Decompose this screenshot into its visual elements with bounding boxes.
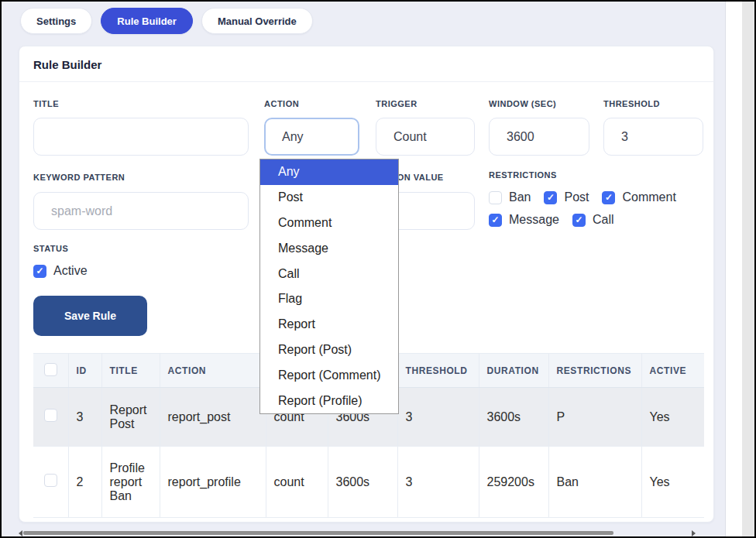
title-label: TITLE [33, 99, 59, 108]
col-action: ACTION [160, 354, 266, 388]
scroll-left-arrow-icon[interactable] [19, 530, 22, 536]
card-header: Rule Builder [19, 46, 713, 82]
post-checkbox-label: Post [564, 190, 589, 204]
dropdown-option-flag[interactable]: Flag [260, 286, 398, 312]
window-input[interactable] [489, 118, 589, 156]
restriction-post[interactable]: Post [544, 190, 589, 204]
dropdown-option-message[interactable]: Message [260, 235, 398, 261]
tab-manual-override[interactable]: Manual Override [201, 8, 313, 34]
horizontal-scrollbar-thumb[interactable] [23, 531, 613, 535]
select-all-checkbox[interactable] [44, 363, 57, 376]
trigger-label: TRIGGER [376, 99, 418, 108]
select-all-header [33, 354, 68, 388]
cell-threshold: 3 [397, 447, 479, 518]
col-threshold: THRESHOLD [397, 354, 479, 388]
ban-checkbox-label: Ban [509, 190, 531, 204]
call-checkbox[interactable] [572, 214, 586, 227]
col-restrictions: RESTRICTIONS [548, 354, 641, 388]
cell-window: 3600s [328, 447, 397, 518]
cell-duration: 3600s [479, 388, 548, 447]
dropdown-option-comment[interactable]: Comment [260, 211, 398, 236]
comment-checkbox[interactable] [602, 191, 615, 204]
restrictions-label: RESTRICTIONS [489, 170, 557, 180]
restriction-call[interactable]: Call [572, 213, 614, 227]
horizontal-scrollbar[interactable] [2, 530, 725, 536]
cell-action: report_post [160, 388, 266, 447]
restriction-comment[interactable]: Comment [602, 190, 675, 204]
keyword-pattern-label: KEYWORD PATTERN [33, 173, 125, 182]
action-select[interactable]: Any [264, 118, 359, 156]
message-checkbox[interactable] [489, 214, 502, 227]
cell-trigger: count [266, 447, 328, 518]
table-row[interactable]: 2 Profile report Ban report_profile coun… [33, 447, 704, 518]
active-checkbox[interactable] [33, 265, 46, 278]
keyword-pattern-input[interactable] [33, 192, 249, 230]
save-rule-button[interactable]: Save Rule [33, 296, 147, 336]
dropdown-option-report-profile[interactable]: Report (Profile) [260, 388, 398, 413]
cell-restrictions: Ban [548, 447, 641, 518]
action-dropdown-menu: Any Post Comment Message Call Flag Repor… [259, 159, 399, 414]
app-window: Settings Rule Builder Manual Override Ru… [0, 0, 756, 538]
col-title: TITLE [101, 354, 160, 388]
status-label: STATUS [33, 244, 68, 253]
message-checkbox-label: Message [509, 213, 559, 227]
dropdown-option-report-comment[interactable]: Report (Comment) [260, 362, 398, 388]
cell-threshold: 3 [397, 388, 479, 447]
threshold-label: THRESHOLD [603, 99, 660, 108]
cell-id: 3 [68, 388, 101, 447]
scroll-right-arrow-icon[interactable] [692, 530, 696, 536]
call-checkbox-label: Call [593, 213, 614, 227]
dropdown-option-report[interactable]: Report [260, 312, 398, 338]
tab-bar: Settings Rule Builder Manual Override [20, 8, 313, 34]
post-checkbox[interactable] [544, 191, 557, 204]
dropdown-option-call[interactable]: Call [260, 261, 398, 286]
cell-action: report_profile [160, 447, 266, 518]
cell-title: Profile report Ban [101, 447, 160, 518]
vertical-scrollbar[interactable] [725, 2, 742, 536]
restrictions-group: Ban Post Comment Message Call [489, 190, 715, 227]
col-active: ACTIVE [641, 354, 704, 388]
tab-rule-builder[interactable]: Rule Builder [101, 8, 193, 34]
restriction-ban[interactable]: Ban [489, 190, 531, 204]
comment-checkbox-label: Comment [622, 190, 675, 204]
cell-title: Report Post [101, 388, 160, 447]
window-gutter [742, 2, 754, 536]
cell-active: Yes [641, 388, 704, 447]
active-checkbox-label: Active [53, 264, 88, 278]
trigger-select[interactable]: Count [376, 118, 475, 156]
threshold-input[interactable] [603, 118, 703, 156]
cell-duration: 259200s [479, 447, 548, 518]
cell-id: 2 [68, 447, 101, 518]
row-checkbox[interactable] [44, 474, 57, 487]
dropdown-option-any[interactable]: Any [260, 159, 398, 185]
restriction-message[interactable]: Message [489, 213, 559, 227]
tab-settings[interactable]: Settings [20, 8, 92, 34]
cell-restrictions: P [548, 388, 641, 447]
row-checkbox[interactable] [44, 409, 57, 422]
page-title: Rule Builder [33, 58, 699, 71]
col-id: ID [68, 354, 101, 388]
title-input[interactable] [33, 118, 249, 156]
window-label: WINDOW (SEC) [489, 99, 556, 108]
cell-active: Yes [641, 447, 704, 518]
dropdown-option-report-post[interactable]: Report (Post) [260, 338, 398, 363]
ban-checkbox[interactable] [489, 191, 502, 204]
col-duration: DURATION [479, 354, 548, 388]
status-active[interactable]: Active [33, 264, 88, 278]
dropdown-option-post[interactable]: Post [260, 185, 398, 211]
action-label: ACTION [264, 99, 299, 108]
